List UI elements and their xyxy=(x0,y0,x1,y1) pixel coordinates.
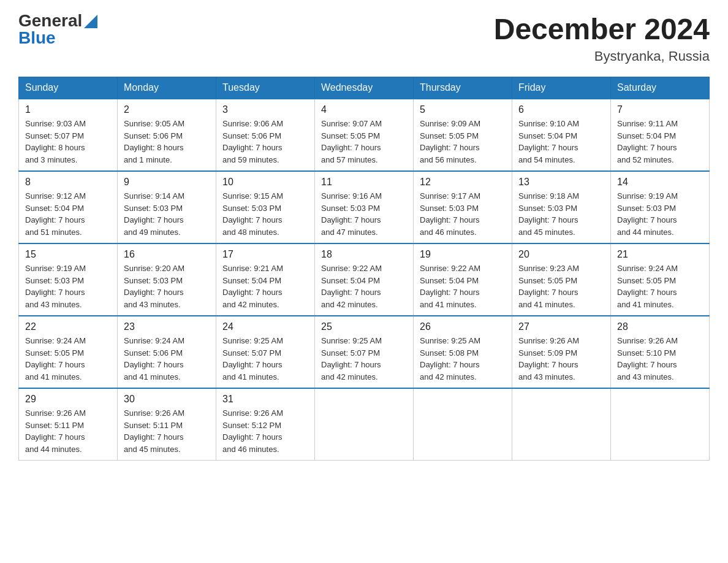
page-header: General Blue December 2024 Bystryanka, R… xyxy=(18,12,710,64)
day-number: 10 xyxy=(222,177,308,188)
day-info: Sunrise: 9:07 AM Sunset: 5:05 PM Dayligh… xyxy=(321,118,407,166)
day-info: Sunrise: 9:14 AM Sunset: 5:03 PM Dayligh… xyxy=(124,190,210,238)
calendar-week-row: 22Sunrise: 9:24 AM Sunset: 5:05 PM Dayli… xyxy=(19,316,710,388)
calendar-day-cell: 4Sunrise: 9:07 AM Sunset: 5:05 PM Daylig… xyxy=(315,99,414,171)
calendar-day-cell: 26Sunrise: 9:25 AM Sunset: 5:08 PM Dayli… xyxy=(414,316,512,388)
calendar-day-cell xyxy=(414,388,512,461)
day-number: 6 xyxy=(518,104,604,115)
logo-general-text: General xyxy=(18,12,82,29)
calendar-day-cell xyxy=(611,388,710,461)
day-info: Sunrise: 9:26 AM Sunset: 5:11 PM Dayligh… xyxy=(124,407,210,455)
day-number: 4 xyxy=(321,104,407,115)
day-info: Sunrise: 9:16 AM Sunset: 5:03 PM Dayligh… xyxy=(321,190,407,238)
day-number: 8 xyxy=(25,177,111,188)
day-info: Sunrise: 9:26 AM Sunset: 5:12 PM Dayligh… xyxy=(222,407,308,455)
day-info: Sunrise: 9:23 AM Sunset: 5:05 PM Dayligh… xyxy=(518,262,604,310)
logo-blue-text: Blue xyxy=(18,29,56,47)
calendar-week-row: 29Sunrise: 9:26 AM Sunset: 5:11 PM Dayli… xyxy=(19,388,710,461)
weekday-header-row: SundayMondayTuesdayWednesdayThursdayFrid… xyxy=(19,77,710,99)
calendar-table: SundayMondayTuesdayWednesdayThursdayFrid… xyxy=(18,77,710,461)
calendar-day-cell: 10Sunrise: 9:15 AM Sunset: 5:03 PM Dayli… xyxy=(216,171,315,243)
day-info: Sunrise: 9:21 AM Sunset: 5:04 PM Dayligh… xyxy=(222,262,308,310)
calendar-day-cell: 11Sunrise: 9:16 AM Sunset: 5:03 PM Dayli… xyxy=(315,171,414,243)
title-block: December 2024 Bystryanka, Russia xyxy=(494,12,710,64)
weekday-header-cell: Saturday xyxy=(611,77,710,99)
day-info: Sunrise: 9:19 AM Sunset: 5:03 PM Dayligh… xyxy=(617,190,703,238)
day-info: Sunrise: 9:24 AM Sunset: 5:05 PM Dayligh… xyxy=(617,262,703,310)
calendar-day-cell: 22Sunrise: 9:24 AM Sunset: 5:05 PM Dayli… xyxy=(19,316,118,388)
calendar-day-cell: 25Sunrise: 9:25 AM Sunset: 5:07 PM Dayli… xyxy=(315,316,414,388)
day-info: Sunrise: 9:25 AM Sunset: 5:08 PM Dayligh… xyxy=(420,335,506,383)
calendar-day-cell: 18Sunrise: 9:22 AM Sunset: 5:04 PM Dayli… xyxy=(315,243,414,316)
day-number: 1 xyxy=(25,104,111,115)
day-number: 24 xyxy=(222,321,308,332)
calendar-day-cell: 15Sunrise: 9:19 AM Sunset: 5:03 PM Dayli… xyxy=(19,243,118,316)
day-info: Sunrise: 9:25 AM Sunset: 5:07 PM Dayligh… xyxy=(222,335,308,383)
day-number: 3 xyxy=(222,104,308,115)
calendar-day-cell: 29Sunrise: 9:26 AM Sunset: 5:11 PM Dayli… xyxy=(19,388,118,461)
calendar-day-cell: 16Sunrise: 9:20 AM Sunset: 5:03 PM Dayli… xyxy=(118,243,216,316)
calendar-day-cell: 13Sunrise: 9:18 AM Sunset: 5:03 PM Dayli… xyxy=(512,171,611,243)
day-info: Sunrise: 9:20 AM Sunset: 5:03 PM Dayligh… xyxy=(124,262,210,310)
calendar-day-cell: 14Sunrise: 9:19 AM Sunset: 5:03 PM Dayli… xyxy=(611,171,710,243)
day-info: Sunrise: 9:03 AM Sunset: 5:07 PM Dayligh… xyxy=(25,118,111,166)
calendar-day-cell: 17Sunrise: 9:21 AM Sunset: 5:04 PM Dayli… xyxy=(216,243,315,316)
day-info: Sunrise: 9:24 AM Sunset: 5:05 PM Dayligh… xyxy=(25,335,111,383)
day-number: 5 xyxy=(420,104,506,115)
location-text: Bystryanka, Russia xyxy=(494,48,710,64)
calendar-day-cell: 1Sunrise: 9:03 AM Sunset: 5:07 PM Daylig… xyxy=(19,99,118,171)
day-number: 23 xyxy=(124,321,210,332)
day-info: Sunrise: 9:25 AM Sunset: 5:07 PM Dayligh… xyxy=(321,335,407,383)
weekday-header-cell: Monday xyxy=(118,77,216,99)
calendar-day-cell: 24Sunrise: 9:25 AM Sunset: 5:07 PM Dayli… xyxy=(216,316,315,388)
day-number: 14 xyxy=(617,177,703,188)
calendar-day-cell xyxy=(315,388,414,461)
calendar-week-row: 8Sunrise: 9:12 AM Sunset: 5:04 PM Daylig… xyxy=(19,171,710,243)
day-info: Sunrise: 9:18 AM Sunset: 5:03 PM Dayligh… xyxy=(518,190,604,238)
day-number: 22 xyxy=(25,321,111,332)
day-number: 28 xyxy=(617,321,703,332)
calendar-day-cell: 9Sunrise: 9:14 AM Sunset: 5:03 PM Daylig… xyxy=(118,171,216,243)
weekday-header-cell: Thursday xyxy=(414,77,512,99)
calendar-day-cell: 6Sunrise: 9:10 AM Sunset: 5:04 PM Daylig… xyxy=(512,99,611,171)
calendar-day-cell: 23Sunrise: 9:24 AM Sunset: 5:06 PM Dayli… xyxy=(118,316,216,388)
day-number: 30 xyxy=(124,394,210,405)
day-info: Sunrise: 9:09 AM Sunset: 5:05 PM Dayligh… xyxy=(420,118,506,166)
day-number: 29 xyxy=(25,394,111,405)
day-info: Sunrise: 9:22 AM Sunset: 5:04 PM Dayligh… xyxy=(420,262,506,310)
calendar-day-cell: 12Sunrise: 9:17 AM Sunset: 5:03 PM Dayli… xyxy=(414,171,512,243)
day-info: Sunrise: 9:19 AM Sunset: 5:03 PM Dayligh… xyxy=(25,262,111,310)
month-title: December 2024 xyxy=(494,12,710,46)
day-number: 27 xyxy=(518,321,604,332)
calendar-day-cell: 7Sunrise: 9:11 AM Sunset: 5:04 PM Daylig… xyxy=(611,99,710,171)
calendar-day-cell: 8Sunrise: 9:12 AM Sunset: 5:04 PM Daylig… xyxy=(19,171,118,243)
weekday-header-cell: Friday xyxy=(512,77,611,99)
day-info: Sunrise: 9:24 AM Sunset: 5:06 PM Dayligh… xyxy=(124,335,210,383)
day-number: 12 xyxy=(420,177,506,188)
day-number: 26 xyxy=(420,321,506,332)
day-number: 15 xyxy=(25,249,111,260)
day-info: Sunrise: 9:26 AM Sunset: 5:11 PM Dayligh… xyxy=(25,407,111,455)
day-info: Sunrise: 9:15 AM Sunset: 5:03 PM Dayligh… xyxy=(222,190,308,238)
calendar-day-cell: 19Sunrise: 9:22 AM Sunset: 5:04 PM Dayli… xyxy=(414,243,512,316)
calendar-day-cell: 27Sunrise: 9:26 AM Sunset: 5:09 PM Dayli… xyxy=(512,316,611,388)
calendar-day-cell: 2Sunrise: 9:05 AM Sunset: 5:06 PM Daylig… xyxy=(118,99,216,171)
calendar-day-cell: 31Sunrise: 9:26 AM Sunset: 5:12 PM Dayli… xyxy=(216,388,315,461)
day-number: 9 xyxy=(124,177,210,188)
day-info: Sunrise: 9:05 AM Sunset: 5:06 PM Dayligh… xyxy=(124,118,210,166)
calendar-day-cell: 5Sunrise: 9:09 AM Sunset: 5:05 PM Daylig… xyxy=(414,99,512,171)
day-info: Sunrise: 9:10 AM Sunset: 5:04 PM Dayligh… xyxy=(518,118,604,166)
day-number: 7 xyxy=(617,104,703,115)
day-number: 18 xyxy=(321,249,407,260)
day-number: 19 xyxy=(420,249,506,260)
day-number: 16 xyxy=(124,249,210,260)
weekday-header-cell: Wednesday xyxy=(315,77,414,99)
calendar-day-cell xyxy=(512,388,611,461)
calendar-day-cell: 30Sunrise: 9:26 AM Sunset: 5:11 PM Dayli… xyxy=(118,388,216,461)
day-number: 17 xyxy=(222,249,308,260)
day-info: Sunrise: 9:26 AM Sunset: 5:09 PM Dayligh… xyxy=(518,335,604,383)
calendar-day-cell: 21Sunrise: 9:24 AM Sunset: 5:05 PM Dayli… xyxy=(611,243,710,316)
weekday-header-cell: Sunday xyxy=(19,77,118,99)
day-info: Sunrise: 9:17 AM Sunset: 5:03 PM Dayligh… xyxy=(420,190,506,238)
day-number: 25 xyxy=(321,321,407,332)
